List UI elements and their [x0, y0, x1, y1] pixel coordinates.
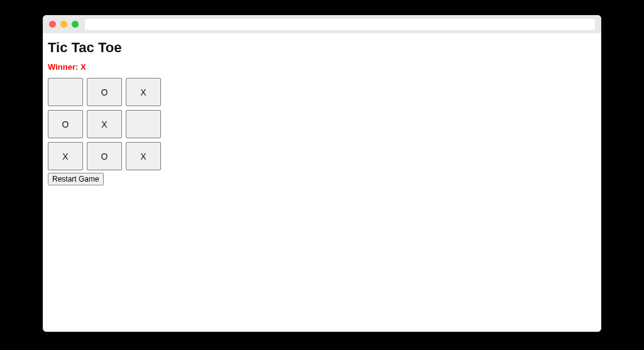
address-bar[interactable] — [85, 19, 595, 30]
cell-2-0[interactable]: X — [48, 142, 83, 170]
cell-2-2[interactable]: X — [126, 142, 161, 170]
close-icon[interactable] — [49, 21, 56, 28]
cell-1-2[interactable] — [126, 110, 161, 138]
cell-1-1[interactable]: X — [87, 110, 122, 138]
cell-2-1[interactable]: O — [87, 142, 122, 170]
cell-0-0[interactable] — [48, 78, 83, 106]
maximize-icon[interactable] — [72, 21, 79, 28]
minimize-icon[interactable] — [60, 21, 67, 28]
page-content: Tic Tac Toe Winner: X O X O X X O X Rest… — [43, 33, 601, 332]
cell-0-2[interactable]: X — [126, 78, 161, 106]
browser-titlebar — [43, 15, 601, 33]
cell-1-0[interactable]: O — [48, 110, 83, 138]
cell-0-1[interactable]: O — [87, 78, 122, 106]
window-controls — [49, 21, 79, 28]
restart-button[interactable]: Restart Game — [48, 173, 104, 185]
game-board: O X O X X O X — [48, 78, 596, 170]
browser-window: Tic Tac Toe Winner: X O X O X X O X Rest… — [43, 15, 601, 332]
game-status: Winner: X — [48, 62, 596, 72]
page-title: Tic Tac Toe — [48, 40, 596, 56]
